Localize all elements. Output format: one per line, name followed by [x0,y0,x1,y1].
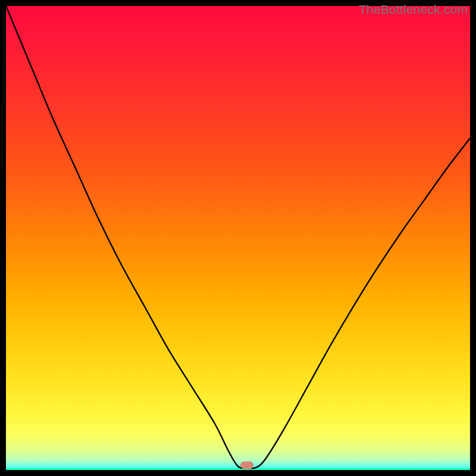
chart-plot-area [6,6,470,470]
watermark-text: TheBottleneck.com [359,2,468,17]
optimal-point-marker [240,462,253,469]
bottleneck-curve [6,6,470,470]
chart-frame: TheBottleneck.com [0,0,476,476]
